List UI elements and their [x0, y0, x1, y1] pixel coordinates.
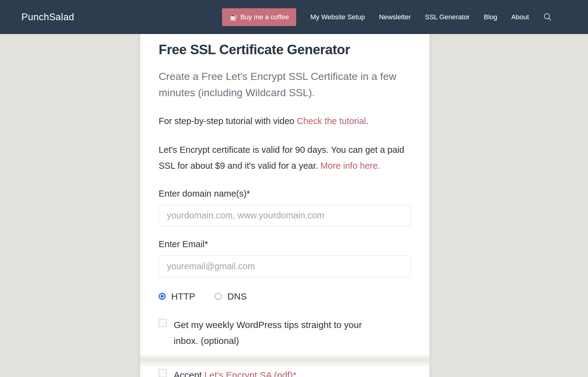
- search-icon[interactable]: [543, 13, 552, 22]
- accept-sa-checkbox[interactable]: [159, 369, 167, 377]
- page-subtitle: Create a Free Let's Encrypt SSL Certific…: [159, 68, 411, 101]
- check-the-tutorial-link[interactable]: Check the tutorial: [297, 116, 366, 126]
- domain-input[interactable]: [159, 205, 411, 227]
- content-card: Free SSL Certificate Generator Create a …: [140, 34, 429, 377]
- more-info-link[interactable]: More info here.: [320, 161, 380, 171]
- email-label: Enter Email*: [159, 239, 411, 249]
- nav-link-newsletter[interactable]: Newsletter: [379, 13, 411, 21]
- http-radio-label: HTTP: [171, 291, 195, 302]
- validity-text: Let's Encrypt certificate is valid for 9…: [159, 142, 411, 174]
- email-input[interactable]: [159, 255, 411, 277]
- verification-method-group: HTTP DNS: [159, 291, 411, 302]
- newsletter-checkbox[interactable]: [159, 319, 167, 327]
- tutorial-text-prefix: For step-by-step tutorial with video: [159, 116, 297, 126]
- nav-link-blog[interactable]: Blog: [484, 13, 497, 21]
- nav-link-about[interactable]: About: [511, 13, 529, 21]
- scroll-shadow-band: [140, 355, 429, 367]
- site-logo[interactable]: PunchSalad: [21, 12, 74, 23]
- navbar: PunchSalad Buy me a coffee My Website Se…: [0, 0, 588, 34]
- accept-sa-label: Accept Let's Encrypt SA (pdf)*: [174, 367, 296, 377]
- page-title: Free SSL Certificate Generator: [159, 42, 411, 57]
- http-radio-button[interactable]: [159, 293, 166, 300]
- tutorial-text-suffix: .: [366, 116, 368, 126]
- tutorial-text: For step-by-step tutorial with video Che…: [159, 113, 411, 129]
- nav-link-ssl-generator[interactable]: SSL Generator: [425, 13, 470, 21]
- nav-link-my-website-setup[interactable]: My Website Setup: [310, 13, 365, 21]
- nav-menu: Buy me a coffee My Website Setup Newslet…: [222, 8, 552, 26]
- coffee-button-label: Buy me a coffee: [240, 13, 289, 21]
- newsletter-checkbox-label: Get my weekly WordPress tips straight to…: [174, 317, 381, 349]
- accept-sa-prefix: Accept: [174, 370, 204, 377]
- buy-me-a-coffee-button[interactable]: Buy me a coffee: [222, 8, 296, 26]
- domain-label: Enter domain name(s)*: [159, 189, 411, 199]
- dns-radio-button[interactable]: [215, 293, 222, 300]
- accept-sa-row: Accept Let's Encrypt SA (pdf)*: [159, 367, 411, 377]
- coffee-cup-icon: [229, 13, 237, 21]
- radio-option-dns[interactable]: DNS: [215, 291, 247, 302]
- lets-encrypt-sa-pdf-link[interactable]: Let's Encrypt SA (pdf)*: [204, 370, 296, 377]
- dns-radio-label: DNS: [227, 291, 247, 302]
- radio-option-http[interactable]: HTTP: [159, 291, 195, 302]
- newsletter-optin-row: Get my weekly WordPress tips straight to…: [159, 317, 411, 349]
